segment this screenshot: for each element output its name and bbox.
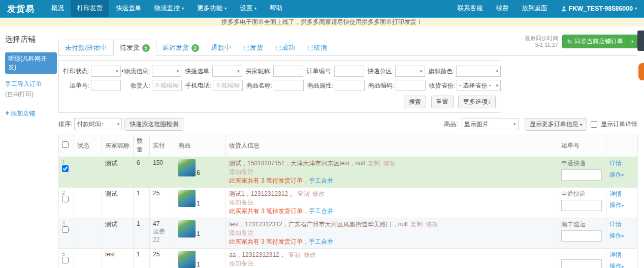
action-menu[interactable]: 操作▾ [609, 231, 634, 240]
product-thumbnail [178, 190, 196, 207]
edit-link[interactable]: 修改 [383, 160, 395, 167]
tab-succeeded[interactable]: 已成功 [269, 40, 301, 55]
waybill-input[interactable] [561, 200, 602, 211]
logistics-info-select[interactable] [152, 66, 182, 77]
pin-to-desktop-link[interactable]: 放到桌面 [516, 0, 554, 17]
nav-item-quick-query[interactable]: 快速查单 [109, 0, 148, 17]
row-checkbox[interactable] [62, 226, 69, 233]
buyer-nick-input[interactable] [273, 66, 303, 77]
view-options: 商品: 显示图片 显示更多订单信息 ▾ 显示订单详情 [444, 118, 637, 131]
buyer-cell: test [102, 249, 134, 268]
manual-import-sub: (自由打印) [5, 90, 57, 99]
tab-unpaid[interactable]: 未付款/拼团中 [58, 40, 113, 56]
flag-color-select[interactable] [456, 66, 501, 77]
navbar-right: 联系客服 续费 放到桌面 FKW_TEST-98586000 ▾ [451, 0, 644, 17]
tab-cancelled[interactable]: 已取消 [301, 40, 333, 55]
nav-item-overview[interactable]: 概况 [45, 0, 71, 17]
filter-flag-color: 旗帜颜色: [425, 66, 501, 77]
select-all-checkbox[interactable] [62, 141, 69, 148]
contact-support-link[interactable]: 联系客服 [451, 0, 490, 17]
detail-link[interactable]: 详情 [609, 220, 634, 229]
order-status-tabs: 未付款/拼团中 待发货5 延迟发货2 退款中 已发货 已成功 已取消 [58, 40, 637, 56]
product-code-input[interactable] [396, 80, 426, 91]
reset-button[interactable]: 重置 [431, 96, 454, 108]
nav-item-settings[interactable]: 设置▾ [233, 0, 263, 17]
renew-link[interactable]: 续费 [490, 0, 516, 17]
receiver-cell: aa，12312312312，复制修改 添加备注 此买家还有 1 笔未付款订单 … [226, 249, 558, 268]
delayed-count-badge: 2 [191, 44, 199, 52]
tab-pending-ship[interactable]: 待发货5 [113, 40, 156, 56]
tab-shipped[interactable]: 已发货 [237, 40, 269, 55]
quick-pick-select[interactable] [212, 66, 242, 77]
waybill-input[interactable] [561, 230, 602, 242]
show-order-detail-checkbox[interactable] [591, 121, 597, 128]
nav-item-print-ship[interactable]: 打印发货 [71, 0, 109, 17]
edge-widget-dark[interactable] [637, 31, 644, 51]
copy-link[interactable]: 复制 [297, 190, 309, 197]
nav-item-more-functions[interactable]: 更多功能▾ [190, 0, 233, 17]
row-checkbox[interactable] [62, 165, 69, 172]
more-options-button[interactable]: 更多选项↓ [458, 96, 496, 108]
product-thumbnail [178, 251, 196, 268]
filter-print-status: 打印状态: [60, 66, 121, 77]
add-note-link[interactable]: 添加备注 [229, 229, 253, 236]
express-zone-select[interactable] [395, 66, 425, 77]
tab-refunding[interactable]: 退款中 [205, 40, 237, 55]
product-name-input[interactable] [274, 80, 304, 91]
print-status-select[interactable] [91, 66, 121, 77]
action-menu[interactable]: 操作▾ [609, 262, 634, 268]
user-icon [561, 6, 567, 12]
edit-link[interactable]: 修改 [426, 221, 438, 228]
province-select[interactable]: - 选择省份 - [457, 80, 501, 91]
phone-input[interactable] [213, 80, 243, 91]
receiver-input[interactable] [152, 80, 182, 91]
copy-link[interactable]: 复制 [288, 251, 301, 258]
nav-item-logistics-monitor[interactable]: 物流监控▾ [148, 0, 190, 17]
select-store-title: 选择店铺 [5, 35, 57, 44]
waybill-no-input[interactable] [91, 80, 121, 91]
product-cell: 1 [175, 218, 226, 249]
add-note-link[interactable]: 添加备注 [229, 168, 253, 175]
chevron-down-icon: ▾ [580, 123, 582, 127]
more-order-info-button[interactable]: 显示更多订单信息 ▾ [525, 118, 587, 131]
manual-import-link[interactable]: 手工导入订单 [5, 80, 57, 88]
account-menu[interactable]: FKW_TEST-98586000 ▾ [554, 0, 644, 17]
detail-link[interactable]: 详情 [609, 159, 634, 168]
edit-link[interactable]: 修改 [304, 251, 316, 258]
order-row-5: 5 test 1 25 1 aa，12312312312，复制修改 添加备注 此… [59, 249, 638, 268]
edge-widget-orange[interactable] [638, 63, 644, 80]
add-note-link[interactable]: 添加备注 [229, 199, 253, 206]
nav-item-help[interactable]: 帮助 [263, 0, 289, 17]
filter-express-zone: 快递分区: [364, 66, 425, 77]
order-row-4: 4 测试 1 47运费22 1 test，12312312312，广东省广州市天… [59, 218, 638, 249]
row-checkbox[interactable] [62, 257, 69, 263]
sort-select[interactable]: 付款时间↑ [74, 118, 122, 130]
add-store-link[interactable]: +添加店铺 [5, 109, 57, 118]
filter-phone: 手机电话: [182, 80, 243, 91]
waybill-input[interactable] [561, 169, 602, 181]
copy-link[interactable]: 复制 [410, 221, 423, 228]
action-menu[interactable]: 操作▾ [609, 170, 634, 179]
filter-province: 收货省份: - 选择省份 - [426, 80, 501, 91]
search-button[interactable]: 搜索 [404, 96, 426, 108]
product-view-select[interactable]: 显示图片 [462, 118, 519, 130]
detail-link[interactable]: 详情 [609, 190, 634, 198]
store-button[interactable]: 听绿(凡科网开发) [5, 52, 57, 74]
edit-link[interactable]: 修改 [312, 190, 325, 197]
detail-link[interactable]: 详情 [609, 251, 634, 259]
chevron-down-icon: ▾ [254, 7, 256, 11]
delivery-range-check-button[interactable]: 快递派送范围检测 [124, 118, 183, 131]
row-checkbox[interactable] [62, 196, 69, 202]
manual-merge-link[interactable]: 手工合并 [309, 238, 333, 245]
paid-cell: 25 [150, 188, 175, 218]
order-no-input[interactable] [334, 66, 364, 77]
copy-link[interactable]: 复制 [368, 160, 380, 167]
tab-delayed-ship[interactable]: 延迟发货2 [156, 40, 205, 55]
add-note-link[interactable]: 添加备注 [229, 260, 253, 267]
actions-cell: 详情操作▾ [606, 249, 638, 268]
manual-merge-link[interactable]: 手工合并 [309, 207, 333, 215]
manual-merge-link[interactable]: 手工合并 [309, 177, 333, 184]
product-attr-input[interactable] [335, 80, 365, 91]
action-menu[interactable]: 操作▾ [609, 201, 634, 210]
waybill-input[interactable] [561, 259, 602, 268]
